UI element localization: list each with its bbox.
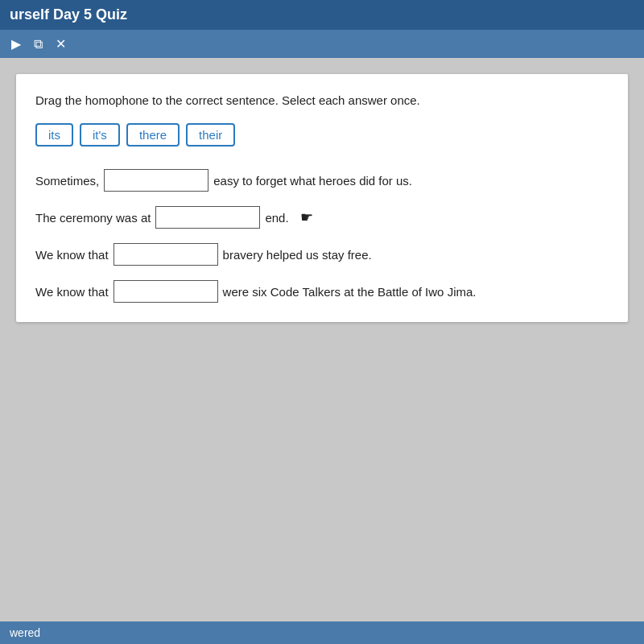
sentence-suffix: end.: [265, 211, 288, 225]
drop-target[interactable]: [104, 169, 208, 192]
sentence-row: The ceremony was atend.☛: [35, 206, 609, 229]
sentence-row: We know thatwere six Code Talkers at the…: [35, 280, 609, 303]
sentences-container: Sometimes,easy to forget what heroes did…: [35, 169, 609, 303]
word-chip[interactable]: their: [186, 123, 235, 147]
drop-target[interactable]: [155, 206, 260, 229]
sentence-prefix: We know that: [35, 285, 109, 299]
bottom-text: wered: [10, 626, 40, 639]
word-chip[interactable]: it's: [80, 123, 120, 147]
close-button[interactable]: ✕: [52, 35, 69, 53]
sentence-suffix: bravery helped us stay free.: [223, 248, 372, 262]
quiz-panel: Drag the homophone to the correct senten…: [16, 74, 628, 322]
copy-button[interactable]: ⧉: [31, 35, 46, 53]
title-text: urself Day 5 Quiz: [10, 6, 127, 23]
sentence-suffix: easy to forget what heroes did for us.: [213, 174, 412, 188]
sentence-prefix: Sometimes,: [35, 174, 99, 188]
toolbar: ▶ ⧉ ✕: [0, 30, 644, 58]
word-chip[interactable]: its: [35, 123, 73, 147]
sentence-suffix: were six Code Talkers at the Battle of I…: [223, 285, 477, 299]
bottom-bar: wered: [0, 621, 644, 644]
sentence-prefix: The ceremony was at: [35, 211, 151, 225]
sentence-row: We know thatbravery helped us stay free.: [35, 243, 609, 266]
sentence-prefix: We know that: [35, 248, 109, 262]
word-bank: itsit'stheretheir: [35, 123, 609, 147]
drop-target[interactable]: [114, 280, 218, 303]
drop-target[interactable]: [114, 243, 218, 266]
sentence-row: Sometimes,easy to forget what heroes did…: [35, 169, 609, 192]
cursor-icon: ☛: [300, 208, 313, 226]
instruction-text: Drag the homophone to the correct senten…: [35, 93, 609, 107]
title-bar: urself Day 5 Quiz: [0, 0, 644, 30]
cursor-button[interactable]: ▶: [8, 35, 24, 53]
word-chip[interactable]: there: [126, 123, 180, 147]
